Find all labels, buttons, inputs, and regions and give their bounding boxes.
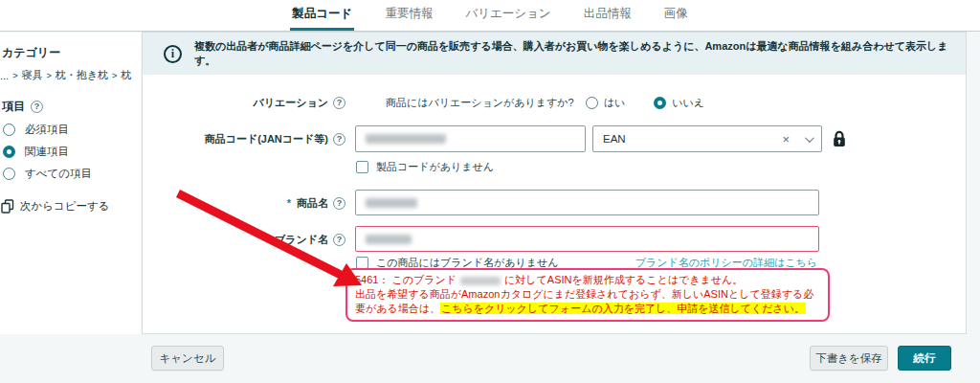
tab-offer-info[interactable]: 出品情報: [582, 6, 634, 31]
filter-label: すべての項目: [25, 167, 92, 181]
error-highlighted-link[interactable]: こちらをクリックしてフォームの入力を完了し、申請を送信してください。: [440, 303, 806, 314]
variation-option-label: はい: [604, 96, 626, 110]
redacted-value: [366, 134, 446, 144]
tab-images[interactable]: 画像: [662, 6, 690, 31]
main-panel: i 複数の出品者が商品詳細ページを介して同一の商品を販売する場合、購入者がお買い…: [142, 32, 967, 334]
variation-question-row: 商品にはバリエーションがありますか? はい いいえ: [386, 94, 733, 111]
info-banner-text: 複数の出品者が商品詳細ページを介して同一の商品を販売する場合、購入者がお買い物を…: [194, 39, 966, 68]
checkbox-icon[interactable]: [356, 161, 368, 173]
copy-icon: [1, 199, 14, 214]
form-section-tabs: 製品コード 重要情報 バリエーション 出品情報 画像: [0, 0, 980, 32]
field-label: ブランド名: [275, 233, 328, 247]
field-label: 商品名: [297, 196, 328, 211]
breadcrumb-separator-icon: >: [46, 71, 51, 80]
tab-product-code[interactable]: 製品コード: [290, 6, 354, 31]
variation-option-no[interactable]: いいえ: [654, 96, 704, 110]
filter-related-items[interactable]: 関連項目: [3, 145, 141, 159]
tab-important-info[interactable]: 重要情報: [383, 6, 434, 31]
filter-label: 関連項目: [25, 145, 69, 159]
radio-icon[interactable]: [3, 124, 15, 136]
breadcrumb: ... > 寝具 > 枕・抱き枕 > 枕: [0, 68, 141, 82]
help-icon[interactable]: ?: [333, 197, 345, 210]
clear-icon[interactable]: ×: [782, 132, 790, 146]
brand-name-input[interactable]: [355, 226, 819, 252]
radio-icon[interactable]: [3, 168, 15, 180]
continue-button[interactable]: 続行: [898, 346, 951, 371]
breadcrumb-item[interactable]: 枕: [121, 68, 131, 82]
info-icon: i: [164, 45, 182, 63]
error-code-text-suffix: に対してASINを新規作成することはできません。: [504, 274, 743, 285]
category-heading: カテゴリー: [2, 45, 141, 61]
chevron-down-icon: [805, 133, 814, 143]
no-product-code-checkbox-row[interactable]: 製品コードがありません: [356, 160, 494, 174]
field-label: 商品コード(JANコード等): [205, 132, 328, 146]
brand-error-message: 5461： このブランドに対してASINを新規作成することはできません。 出品を…: [345, 268, 830, 322]
cancel-button[interactable]: キャンセル: [151, 346, 224, 371]
brand-field-label: * ブランド名 ?: [143, 231, 345, 248]
field-label: バリエーション: [253, 96, 328, 110]
help-icon[interactable]: ?: [31, 101, 43, 113]
info-banner: i 複数の出品者が商品詳細ページを介して同一の商品を販売する場合、購入者がお買い…: [143, 33, 966, 75]
filter-all-items[interactable]: すべての項目: [3, 167, 141, 181]
help-icon[interactable]: ?: [333, 97, 345, 109]
tab-variations[interactable]: バリエーション: [463, 6, 552, 31]
breadcrumb-item[interactable]: ...: [0, 70, 9, 81]
no-product-code-label: 製品コードがありません: [376, 160, 494, 174]
required-mark: *: [265, 234, 269, 245]
redacted-value: [366, 198, 417, 208]
breadcrumb-separator-icon: >: [12, 71, 17, 80]
radio-selected-icon[interactable]: [654, 97, 666, 109]
variation-option-label: いいえ: [672, 96, 704, 110]
product-name-input[interactable]: [355, 190, 819, 215]
save-draft-button[interactable]: 下書きを保存: [810, 346, 888, 371]
variation-question: 商品にはバリエーションがありますか?: [386, 96, 574, 110]
lock-icon: [832, 130, 847, 151]
variation-option-yes[interactable]: はい: [586, 96, 626, 110]
error-line-1: 5461： このブランドに対してASINを新規作成することはできません。: [355, 273, 820, 287]
error-line-2: 出品を希望する商品がAmazonカタログにまだ登録されておらず、新しいASINと…: [355, 287, 820, 316]
radio-selected-icon[interactable]: [3, 146, 15, 158]
redacted-value: [366, 235, 412, 244]
redacted-brand-name: [460, 277, 501, 285]
product-code-field-label: 商品コード(JANコード等) ?: [143, 130, 345, 147]
breadcrumb-item[interactable]: 寝具: [21, 68, 42, 82]
radio-icon[interactable]: [586, 97, 598, 109]
items-filter-heading: 項目 ?: [2, 99, 141, 115]
product-code-input[interactable]: [355, 125, 586, 152]
filter-label: 必須項目: [25, 123, 69, 137]
product-code-type-select[interactable]: EAN ×: [592, 125, 822, 152]
help-icon[interactable]: ?: [333, 133, 345, 146]
variation-field-label: バリエーション ?: [143, 94, 345, 111]
breadcrumb-item[interactable]: 枕・抱き枕: [56, 68, 108, 82]
sidebar: カテゴリー ... > 寝具 > 枕・抱き枕 > 枕 項目 ? 必須項目 関連項…: [0, 33, 141, 334]
required-mark: *: [287, 197, 291, 209]
breadcrumb-separator-icon: >: [112, 71, 117, 80]
filter-required-items[interactable]: 必須項目: [3, 123, 141, 137]
error-code-text: 5461： このブランド: [355, 274, 457, 285]
selected-code-type: EAN: [603, 133, 626, 145]
help-icon[interactable]: ?: [333, 234, 345, 246]
product-name-field-label: * 商品名 ?: [143, 194, 345, 212]
copy-from-next-button[interactable]: 次からコピーする: [1, 199, 141, 214]
items-filter-label: 項目: [2, 99, 25, 115]
copy-from-next-label: 次からコピーする: [20, 199, 110, 214]
